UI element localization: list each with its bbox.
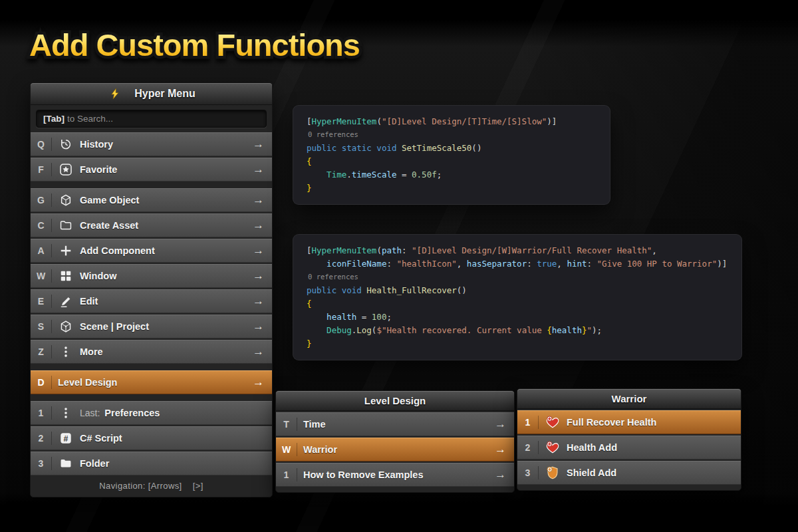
menu-item-label: Edit — [80, 296, 98, 307]
menu-item-more[interactable]: Z More → — [31, 340, 272, 364]
submenu-arrow-icon: → — [253, 320, 264, 333]
lightning-icon — [107, 86, 123, 101]
menu-item-label: Full Recover Health — [567, 417, 656, 428]
shortcut-key: A — [31, 245, 51, 256]
shortcut-key: 2 — [31, 433, 51, 444]
divider — [51, 163, 52, 176]
shortcut-key: Q — [31, 139, 51, 150]
divider — [51, 269, 52, 283]
folder-icon — [58, 456, 74, 471]
code-snippet-settimescale: [HyperMenuItem("[D]Level Design/[T]Time/… — [293, 105, 610, 205]
divider — [51, 194, 52, 207]
menu-item-window[interactable]: W Window → — [31, 264, 272, 288]
menu-item-label: Window — [80, 271, 116, 281]
more-icon — [58, 406, 74, 420]
search-placeholder: to Search... — [67, 114, 113, 124]
submenu-arrow-icon: → — [253, 269, 264, 283]
health-add-icon — [545, 415, 561, 430]
hyper-menu-title: Hyper Menu — [134, 88, 196, 100]
submenu-arrow-icon: → — [253, 244, 264, 257]
search-hotkey: [Tab] — [43, 114, 65, 124]
code-snippet-health-fullrecover: [HyperMenuItem(path: "[D]Level Design/[W… — [293, 234, 742, 360]
divider — [51, 295, 52, 308]
menu-item-label: Favorite — [80, 164, 117, 175]
menu-item-last-preferences[interactable]: 1 Last: Preferences — [31, 401, 272, 425]
menu-item-label: Create Asset — [80, 220, 138, 231]
edit-icon — [58, 294, 74, 309]
add-component-icon — [58, 243, 74, 258]
submenu-arrow-icon: → — [253, 163, 264, 176]
menu-item-health-add[interactable]: 2 Health Add — [517, 436, 741, 460]
menu-item-label: Game Object — [80, 195, 139, 205]
menu-item-scene-project[interactable]: S Scene | Project → — [31, 315, 272, 338]
submenu-arrow-icon: → — [253, 376, 264, 389]
menu-item-favorite[interactable]: F Favorite → — [31, 158, 272, 182]
menu-item-shield-add[interactable]: 3 Shield Add — [517, 461, 741, 485]
shortcut-key: W — [276, 444, 297, 455]
window-icon — [58, 269, 74, 283]
menu-item-label: Scene | Project — [80, 321, 149, 332]
menu-item-create-asset[interactable]: C Create Asset → — [31, 213, 272, 237]
menu-item-label: C# Script — [80, 433, 122, 444]
menu-item-label: More — [80, 346, 103, 357]
shortcut-key: Z — [31, 346, 51, 357]
navigation-hint: Navigation: [Arrows] [>] — [31, 477, 272, 495]
shortcut-key: D — [31, 377, 51, 388]
menu-item-edit[interactable]: E Edit → — [31, 289, 272, 313]
divider — [51, 406, 52, 420]
hyper-menu-header: Hyper Menu — [31, 83, 272, 105]
warrior-submenu: Warrior 1 Full Recover Health 2 Health A… — [517, 388, 741, 491]
submenu-arrow-icon: → — [253, 219, 264, 232]
menu-item-prefix: Last: — [80, 408, 100, 418]
divider — [538, 441, 539, 454]
divider — [297, 443, 297, 456]
menu-item-csharp-script[interactable]: 2 # C# Script — [31, 426, 272, 450]
shortcut-key: E — [31, 296, 51, 307]
divider — [51, 320, 52, 333]
svg-text:#: # — [64, 434, 68, 444]
shortcut-key: 1 — [31, 408, 51, 418]
menu-item-label: Preferences — [104, 408, 160, 418]
menu-item-add-component[interactable]: A Add Component → — [31, 239, 272, 263]
page-title-text: Add Custom Functions — [29, 27, 360, 63]
game-object-icon — [58, 193, 74, 207]
warrior-title: Warrior — [612, 393, 647, 404]
health-add-icon — [545, 440, 561, 455]
submenu-arrow-icon: → — [253, 138, 264, 151]
warrior-header: Warrior — [517, 389, 741, 409]
menu-item-how-to-remove-examples[interactable]: 1 How to Remove Examples → — [276, 463, 514, 487]
menu-item-warrior[interactable]: W Warrior → — [276, 438, 514, 462]
divider — [297, 418, 297, 431]
menu-item-folder[interactable]: 3 Folder — [31, 452, 272, 475]
divider — [51, 244, 52, 257]
create-asset-icon — [58, 218, 74, 233]
more-icon — [58, 344, 74, 359]
search-input[interactable]: [Tab] to Search... — [36, 110, 267, 128]
shortcut-key: 1 — [276, 469, 297, 480]
divider — [51, 345, 52, 358]
menu-item-game-object[interactable]: G Game Object → — [31, 188, 272, 212]
level-design-submenu: Level Design T Time → W Warrior → 1 How … — [275, 390, 515, 493]
menu-item-time[interactable]: T Time → — [276, 412, 514, 436]
divider — [51, 219, 52, 232]
shortcut-key: S — [31, 321, 51, 332]
csharp-script-icon: # — [58, 431, 74, 446]
menu-item-level-design[interactable]: D Level Design → — [31, 370, 272, 394]
menu-item-label: Health Add — [567, 442, 617, 453]
submenu-arrow-icon: → — [495, 468, 506, 481]
divider — [51, 457, 52, 470]
divider — [51, 432, 52, 445]
divider — [51, 376, 52, 389]
shortcut-key: 2 — [517, 442, 538, 453]
scene: Add Custom Functions Add Custom Function… — [0, 0, 798, 532]
shortcut-key: G — [31, 195, 51, 205]
menu-item-full-recover-health[interactable]: 1 Full Recover Health — [517, 410, 741, 434]
menu-item-label: Level Design — [58, 377, 117, 388]
level-design-title: Level Design — [364, 395, 426, 406]
menu-item-history[interactable]: Q History → — [31, 132, 272, 156]
shield-add-icon — [545, 466, 561, 480]
shortcut-key: 1 — [517, 417, 538, 428]
menu-item-label: How to Remove Examples — [303, 469, 424, 480]
submenu-arrow-icon: → — [253, 345, 264, 358]
shortcut-key: W — [31, 271, 51, 281]
